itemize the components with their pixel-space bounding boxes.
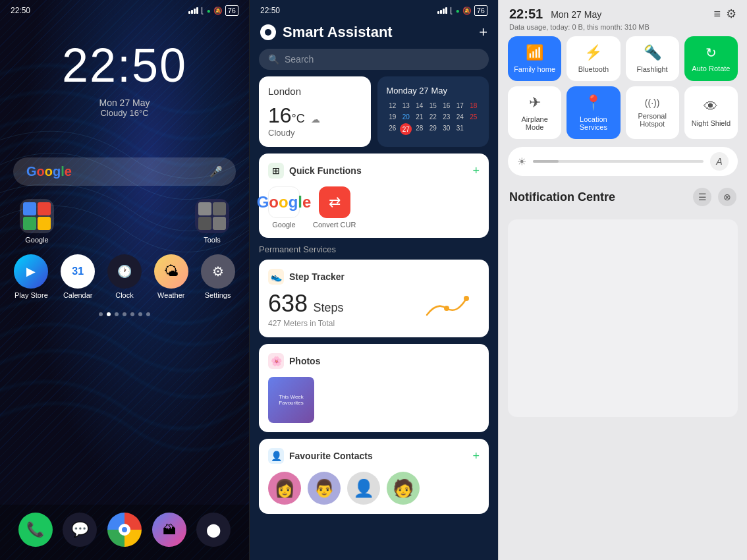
notif-menu-icon[interactable]: ≡ — [713, 7, 721, 21]
quick-functions-card: ⊞ Quick Functions + Google Google — [259, 154, 489, 238]
qf-google-app[interactable]: Google Google — [268, 186, 300, 229]
sa-wifi-icon: ⌊ — [450, 6, 453, 15]
lockscreen-weather: Cloudy 16°C — [0, 108, 249, 118]
tile-airplane-label: Airplane Mode — [513, 115, 556, 131]
step-count-value: 638 — [268, 290, 308, 317]
photos-thumbnail[interactable]: This Week Favourites — [268, 377, 314, 423]
tile-hotspot[interactable]: ((·)) Personal Hotspot — [626, 86, 679, 139]
sa-weather-card[interactable]: London 16°C ☁ Cloudy — [259, 76, 371, 147]
chrome-app[interactable] — [107, 513, 142, 547]
qf-convert-cur-app[interactable]: ⇄ Convert CUR — [313, 186, 356, 229]
weather-app[interactable]: 🌤 Weather — [150, 254, 192, 299]
tile-night-shield[interactable]: 👁 Night Shield — [684, 86, 738, 139]
tile-family-home[interactable]: 📶 Family home — [508, 36, 561, 81]
brightness-slider[interactable] — [533, 160, 704, 163]
flashlight-tile-icon: 🔦 — [644, 44, 661, 61]
sa-content-area: London 16°C ☁ Cloudy Monday 27 May 12 13… — [250, 76, 498, 551]
tools-folder[interactable]: Tools — [195, 199, 229, 244]
fav-contacts-add-button[interactable]: + — [472, 449, 480, 463]
sa-search-placeholder: Search — [285, 54, 314, 65]
play-store-icon: ▶ — [14, 254, 48, 289]
calendar-icon: 31 — [61, 254, 95, 289]
notification-empty-area — [508, 219, 738, 417]
fav-contact-4[interactable]: 🧑 — [387, 472, 420, 505]
brightness-row[interactable]: ☀ A — [508, 147, 738, 176]
gallery-icon: 🏔 — [152, 513, 186, 547]
quick-functions-add-button[interactable]: + — [472, 164, 480, 178]
google-folder-label: Google — [25, 236, 48, 244]
google-folder[interactable]: Google — [20, 199, 54, 244]
sa-status-bar: 22:50 ⌊ ● 🔕 76 — [250, 0, 498, 18]
notif-time: 22:51 — [509, 7, 543, 22]
cal-day: 30 — [441, 123, 453, 135]
cal-day: 15 — [427, 101, 439, 111]
microphone-icon[interactable]: 🎤 — [209, 165, 223, 179]
tile-bluetooth[interactable]: ⚡ Bluetooth — [567, 36, 620, 81]
tile-airplane[interactable]: ✈ Airplane Mode — [508, 86, 561, 139]
tile-flashlight-label: Flashlight — [637, 65, 668, 73]
messages-app[interactable]: 💬 — [63, 513, 97, 547]
camera-app[interactable]: ⬤ — [196, 513, 231, 547]
cal-day: 26 — [387, 123, 399, 135]
photos-title: Photos — [289, 356, 320, 366]
sa-circle-icon — [260, 24, 276, 40]
clock-app[interactable]: 🕐 Clock — [104, 254, 146, 299]
fav-contact-1[interactable]: 👩 — [268, 472, 301, 505]
lockscreen-dock: 📞 💬 🏔 ⬤ — [0, 505, 249, 560]
notification-clear-icon[interactable]: ⊗ — [718, 188, 736, 206]
dot-7 — [146, 312, 150, 316]
fav-contact-2[interactable]: 👨 — [308, 472, 341, 505]
step-tracker-header: 👟 Step Tracker — [268, 269, 480, 285]
settings-app[interactable]: ⚙ Settings — [197, 254, 238, 299]
photos-icon: 🌸 — [268, 353, 284, 369]
tile-auto-rotate[interactable]: ↻ Auto Rotate — [684, 36, 738, 81]
step-tracker-card: 👟 Step Tracker 638 Steps 427 Meters in T… — [259, 260, 489, 337]
tools-folder-icon — [195, 199, 229, 233]
qf-convert-cur-icon: ⇄ — [319, 186, 350, 218]
step-unit: Steps — [314, 301, 344, 314]
chrome-icon — [107, 513, 142, 547]
sa-status-time: 22:50 — [260, 6, 280, 15]
sa-search-bar[interactable]: 🔍 Search — [259, 49, 489, 70]
messages-icon: 💬 — [63, 513, 97, 547]
green-dot-icon: ● — [207, 7, 211, 14]
calendar-app[interactable]: 31 Calendar — [57, 254, 99, 299]
cal-day: 28 — [414, 123, 426, 135]
gallery-app[interactable]: 🏔 — [152, 513, 186, 547]
svg-point-0 — [444, 306, 449, 311]
sa-status-icons: ⌊ ● 🔕 76 — [437, 5, 487, 16]
cal-day: 19 — [387, 112, 399, 122]
cal-today: 27 — [400, 123, 412, 135]
cal-day: 25 — [468, 112, 480, 122]
tile-location[interactable]: 📍 Location Services — [567, 86, 620, 139]
step-tracker-content: 638 Steps 427 Meters in Total — [268, 290, 480, 328]
cal-day: 23 — [441, 112, 453, 122]
step-graphic — [420, 289, 473, 322]
page-indicator — [0, 312, 249, 316]
dot-1 — [99, 312, 103, 316]
dot-6 — [138, 312, 142, 316]
notif-gear-icon[interactable]: ⚙ — [726, 7, 736, 21]
sa-calendar-card[interactable]: Monday 27 May 12 13 14 15 16 17 18 19 20… — [377, 76, 489, 147]
sa-signal-icon — [437, 7, 447, 14]
lockscreen-search-bar[interactable]: Google 🎤 — [13, 157, 236, 186]
play-store-app[interactable]: ▶ Play Store — [11, 254, 52, 299]
phone-app[interactable]: 📞 — [18, 513, 53, 547]
weather-label: Weather — [157, 291, 184, 299]
sa-weather-calendar-row: London 16°C ☁ Cloudy Monday 27 May 12 13… — [259, 76, 489, 147]
tile-flashlight[interactable]: 🔦 Flashlight — [626, 36, 679, 81]
calendar-label: Calendar — [63, 291, 93, 299]
airplane-tile-icon: ✈ — [529, 94, 541, 111]
brightness-auto-button[interactable]: A — [710, 152, 729, 171]
quick-functions-apps: Google Google ⇄ Convert CUR — [268, 186, 480, 229]
tile-family-home-label: Family home — [514, 65, 555, 73]
sa-add-button[interactable]: + — [479, 24, 487, 41]
cal-day: 14 — [414, 101, 426, 111]
qf-google-icon: Google — [268, 186, 300, 218]
notification-list-icon[interactable]: ☰ — [693, 188, 711, 206]
notif-time-row: 22:51 Mon 27 May — [509, 7, 650, 22]
cal-day: 12 — [387, 101, 399, 111]
fav-contact-3[interactable]: 👤 — [347, 472, 380, 505]
sa-title-row: Smart Assistant — [260, 24, 393, 41]
lockscreen-panel: 22:50 ⌊ ● 🔕 76 22:50 Mon 27 May Cloudy 1… — [0, 0, 249, 560]
